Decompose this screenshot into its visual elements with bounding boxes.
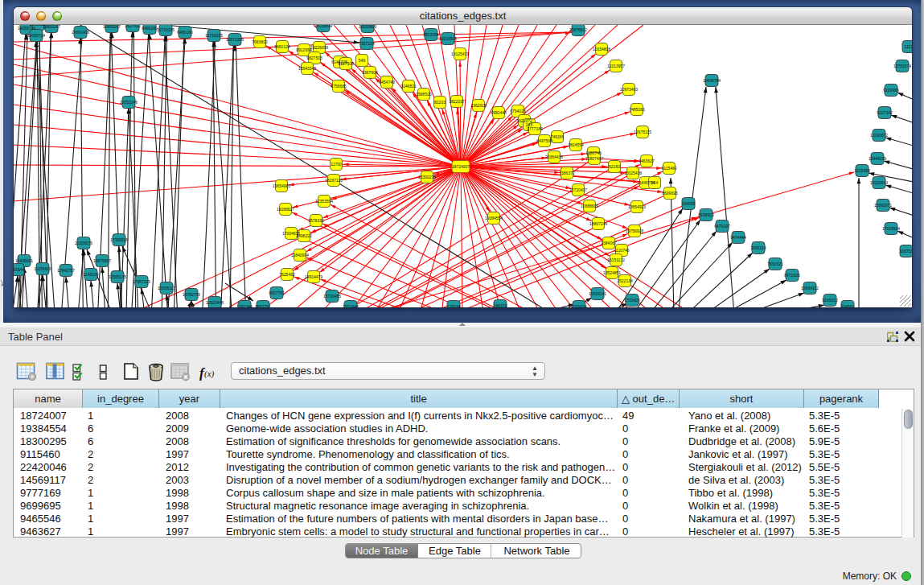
svg-text:18724007: 18724007 [452,164,470,169]
svg-text:8813054: 8813054 [423,32,439,37]
svg-text:19654983: 19654983 [273,183,290,188]
svg-text:8990448: 8990448 [491,110,507,115]
svg-text:10719155: 10719155 [205,33,223,38]
svg-text:8938923: 8938923 [698,212,714,217]
svg-text:16543342: 16543342 [298,66,316,71]
svg-text:8454749: 8454749 [379,80,395,84]
svg-text:9227342: 9227342 [877,110,893,115]
svg-text:7663822: 7663822 [252,39,268,44]
svg-text:9474444: 9474444 [730,235,746,240]
svg-text:6794028: 6794028 [510,109,526,113]
svg-text:9777169: 9777169 [527,126,543,131]
svg-text:16571355: 16571355 [226,37,244,42]
svg-text:12353594: 12353594 [315,199,333,204]
svg-text:16648784: 16648784 [703,78,721,83]
svg-text:9384067: 9384067 [601,241,617,245]
svg-text:9127508: 9127508 [338,61,354,66]
svg-text:10653267: 10653267 [43,25,60,29]
svg-text:6466160: 6466160 [177,30,193,35]
svg-text:9129966: 9129966 [883,88,899,93]
svg-text:1151614: 1151614 [571,304,586,307]
svg-text:(x): (x) [204,369,215,379]
svg-text:9146821: 9146821 [400,84,417,89]
svg-text:9657791: 9657791 [269,290,285,295]
svg-text:116753: 116753 [900,249,912,253]
svg-text:11156829: 11156829 [34,266,51,271]
svg-text:16033809: 16033809 [359,25,376,29]
svg-text:746266: 746266 [551,134,565,139]
svg-text:14055724: 14055724 [27,33,45,38]
svg-text:1362615: 1362615 [470,103,487,108]
svg-text:3822037: 3822037 [449,99,465,104]
svg-text:13524851: 13524851 [603,270,621,275]
svg-text:3578332: 3578332 [308,218,324,223]
svg-text:1588520: 1588520 [416,92,432,97]
svg-text:20053346: 20053346 [120,100,138,105]
svg-text:7485063: 7485063 [629,107,645,112]
svg-text:1292344: 1292344 [236,304,253,307]
svg-text:13654923: 13654923 [628,204,646,209]
svg-text:12444159: 12444159 [869,156,886,161]
svg-text:1145134: 1145134 [83,272,98,277]
svg-text:17957225: 17957225 [133,279,150,284]
svg-text:16439061: 16439061 [15,258,33,263]
svg-text:11700: 11700 [331,162,342,167]
svg-text:1527602: 1527602 [125,25,141,28]
svg-text:7625402: 7625402 [279,272,295,277]
svg-text:1733426: 1733426 [624,298,640,303]
svg-text:18267110: 18267110 [325,178,343,183]
svg-text:20364436: 20364436 [545,154,563,159]
svg-text:19218506: 19218506 [439,36,457,41]
svg-text:3498222: 3498222 [296,233,312,238]
svg-text:16210643: 16210643 [870,180,888,185]
svg-text:8756685: 8756685 [331,84,347,89]
svg-text:1120746: 1120746 [614,248,629,253]
svg-text:17016504: 17016504 [882,226,900,231]
svg-text:991544: 991544 [14,267,25,272]
svg-text:1112: 1112 [905,44,912,49]
svg-text:8660124: 8660124 [274,44,290,49]
svg-text:3215958: 3215958 [854,168,870,173]
svg-text:344: 344 [651,180,659,185]
svg-text:14914479: 14914479 [305,274,322,279]
svg-text:15300275: 15300275 [418,175,436,179]
svg-text:11516141: 11516141 [589,291,606,296]
svg-text:23226058: 23226058 [310,45,328,50]
svg-text:16782759: 16782759 [183,292,200,297]
svg-text:1080748: 1080748 [585,150,602,155]
svg-text:17359928: 17359928 [110,237,128,242]
svg-text:186378: 186378 [494,303,507,307]
svg-text:7357224: 7357224 [359,41,375,46]
svg-text:9463627: 9463627 [639,159,655,163]
svg-text:10654112: 10654112 [801,286,819,290]
svg-text:9657791: 9657791 [255,304,271,307]
svg-text:19166827: 19166827 [277,207,294,212]
svg-text:15720407: 15720407 [569,187,587,192]
svg-text:19384554: 19384554 [485,216,503,220]
svg-text:82203: 82203 [434,100,446,105]
svg-text:10975857: 10975857 [93,258,111,263]
svg-text:129234: 129234 [447,304,461,307]
svg-text:8471626: 8471626 [784,273,800,278]
svg-text:9245612: 9245612 [822,298,838,303]
svg-text:20876812: 20876812 [569,27,587,32]
svg-text:11840994: 11840994 [291,253,309,257]
svg-text:6466160: 6466160 [142,26,158,31]
svg-text:19756928: 19756928 [626,229,643,233]
svg-text:7632621: 7632621 [767,262,783,266]
svg-text:20691406: 20691406 [72,30,89,35]
svg-text:13125419: 13125419 [451,51,469,56]
svg-text:12093872: 12093872 [870,133,888,138]
svg-text:16151132: 16151132 [607,257,625,262]
svg-text:12975115: 12975115 [634,130,651,134]
svg-text:10973493: 10973493 [620,87,638,92]
svg-text:7386372: 7386372 [559,171,575,175]
svg-text:9115460: 9115460 [661,166,676,171]
svg-text:15751074: 15751074 [893,64,911,68]
svg-text:6479197: 6479197 [714,224,730,229]
svg-text:20206576: 20206576 [75,241,92,245]
svg-text:10958117: 10958117 [158,286,175,290]
svg-text:10688609: 10688609 [581,204,598,208]
svg-text:9827503: 9827503 [306,56,322,60]
svg-text:10025438: 10025438 [624,171,642,175]
